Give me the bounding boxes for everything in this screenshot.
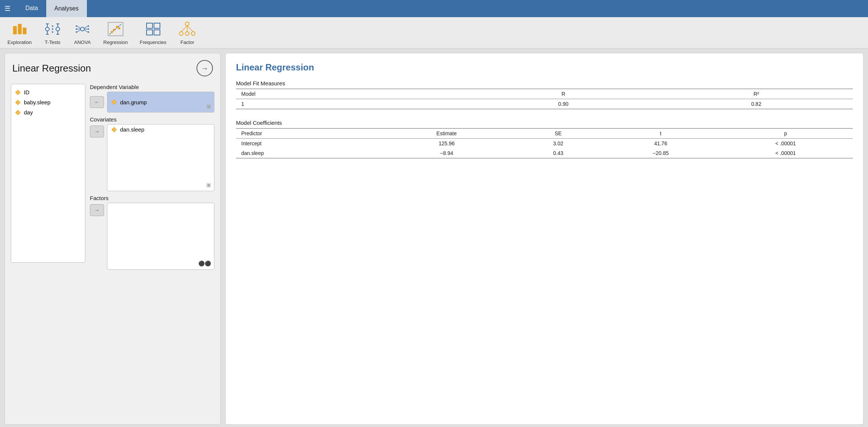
toolbar-item-ttests[interactable]: T-Tests <box>44 20 62 45</box>
model-fit-section: Model Fit Measures Model R R² 1 0.90 0.8… <box>236 80 853 109</box>
cell-r: 0.90 <box>467 99 660 109</box>
toolbar: Exploration T-Test <box>0 17 868 48</box>
svg-point-34 <box>118 27 120 29</box>
toolbar-item-anova[interactable]: ANOVA <box>73 20 91 45</box>
svg-point-3 <box>45 27 49 31</box>
dependent-variable-value: dan.grump <box>107 92 214 112</box>
col-header-r2: R² <box>660 89 853 99</box>
covariate-item-dansleep[interactable]: dan.sleep <box>107 124 214 135</box>
output-title: Linear Regression <box>236 62 853 73</box>
svg-point-22 <box>88 31 89 33</box>
transfer-to-dv-button[interactable]: ← <box>90 96 104 108</box>
svg-point-41 <box>185 32 189 35</box>
svg-point-39 <box>185 22 189 26</box>
nav-tab-data[interactable]: Data <box>17 0 46 17</box>
svg-line-43 <box>181 26 187 32</box>
covariates-dropzone[interactable]: dan.sleep ▣ <box>107 124 214 191</box>
main-content: Linear Regression → ID bab <box>0 48 868 427</box>
ttests-label: T-Tests <box>45 39 60 45</box>
transfer-to-covariates-button[interactable]: → <box>90 126 104 137</box>
covariates-section: Covariates → dan.sleep ▣ <box>90 116 214 191</box>
covariates-label: Covariates <box>90 116 214 123</box>
panel-title: Linear Regression <box>12 63 91 74</box>
col-header-predictor: Predictor <box>236 129 380 139</box>
model-fit-title: Model Fit Measures <box>236 80 853 86</box>
regression-label: Regression <box>103 39 128 45</box>
svg-point-8 <box>52 25 53 27</box>
variables-list: ID baby.sleep day <box>11 84 85 263</box>
exploration-label: Exploration <box>7 39 32 45</box>
right-panel: Linear Regression Model Fit Measures Mod… <box>225 53 864 425</box>
svg-point-11 <box>56 27 60 31</box>
svg-point-18 <box>76 31 77 33</box>
toolbar-item-frequencies[interactable]: Frequencies <box>140 20 167 45</box>
svg-rect-36 <box>154 23 160 28</box>
variable-item-day[interactable]: day <box>11 107 85 117</box>
nav-tab-analyses[interactable]: Analyses <box>46 0 87 17</box>
cell-predictor-intercept: Intercept <box>236 139 380 149</box>
model-fit-table: Model R R² 1 0.90 0.82 <box>236 89 853 109</box>
table-row: 1 0.90 0.82 <box>236 99 853 109</box>
svg-point-42 <box>191 32 195 35</box>
svg-point-16 <box>76 25 77 27</box>
svg-point-21 <box>88 28 89 30</box>
cell-estimate-intercept: 125.96 <box>380 139 513 149</box>
cell-predictor-dansleep: dan.sleep <box>236 148 380 158</box>
svg-point-10 <box>52 31 53 33</box>
factors-section: Factors → ⚫⚫ <box>90 195 214 270</box>
toolbar-item-regression[interactable]: Regression <box>103 20 128 45</box>
col-header-p: p <box>718 129 853 139</box>
cell-p-intercept: < .00001 <box>718 139 853 149</box>
svg-point-32 <box>113 29 115 31</box>
svg-point-9 <box>52 28 53 30</box>
ttests-icon <box>44 20 62 38</box>
regression-body: ID baby.sleep day <box>5 81 220 424</box>
col-header-r: R <box>467 89 660 99</box>
svg-rect-1 <box>18 24 22 34</box>
dependent-variable-dropzone[interactable]: dan.grump ▣ <box>107 92 214 113</box>
variable-item-babysleep[interactable]: baby.sleep <box>11 97 85 107</box>
table-row: Intercept 125.96 3.02 41.76 < .00001 <box>236 139 853 149</box>
factors-label: Factors <box>90 195 214 201</box>
svg-rect-0 <box>13 26 17 34</box>
frequencies-label: Frequencies <box>140 39 167 45</box>
anova-label: ANOVA <box>74 39 91 45</box>
regression-icon <box>107 20 125 38</box>
run-analysis-button[interactable]: → <box>196 60 213 76</box>
toolbar-item-exploration[interactable]: Exploration <box>7 20 32 45</box>
variable-item-id[interactable]: ID <box>11 87 85 97</box>
svg-rect-37 <box>147 30 152 35</box>
cell-se-intercept: 3.02 <box>513 139 603 149</box>
svg-rect-2 <box>23 28 26 34</box>
table-row: dan.sleep −8.94 0.43 −20.85 < .00001 <box>236 148 853 158</box>
left-panel: Linear Regression → ID bab <box>4 53 221 425</box>
panel-header: Linear Regression → <box>5 53 220 81</box>
covariates-handle-icon: ▣ <box>206 182 211 188</box>
factors-dropzone[interactable]: ⚫⚫ <box>107 203 214 270</box>
exploration-icon <box>11 20 29 38</box>
svg-rect-35 <box>147 23 152 28</box>
col-header-estimate: Estimate <box>380 129 513 139</box>
factor-icon <box>178 20 196 38</box>
top-nav-bar: ☰ Data Analyses <box>0 0 868 17</box>
toolbar-item-factor[interactable]: Factor <box>178 20 196 45</box>
frequencies-icon <box>144 20 162 38</box>
cell-t-intercept: 41.76 <box>603 139 718 149</box>
svg-point-20 <box>88 25 89 27</box>
cell-estimate-dansleep: −8.94 <box>380 148 513 158</box>
factors-handle-icon: ⚫⚫ <box>198 260 211 266</box>
svg-line-23 <box>77 26 81 28</box>
col-header-se: SE <box>513 129 603 139</box>
factor-label: Factor <box>180 39 194 45</box>
model-coefficients-section: Model Coefficients Predictor Estimate SE… <box>236 120 853 158</box>
col-header-t: t <box>603 129 718 139</box>
dependent-variable-section: Dependent Variable ← dan.grump ▣ <box>90 84 214 113</box>
svg-rect-38 <box>154 30 160 35</box>
cell-p-dansleep: < .00001 <box>718 148 853 158</box>
svg-point-40 <box>179 32 183 35</box>
svg-point-17 <box>76 28 77 30</box>
svg-line-28 <box>84 30 88 32</box>
hamburger-icon[interactable]: ☰ <box>4 4 10 13</box>
svg-point-31 <box>111 31 113 33</box>
transfer-to-factors-button[interactable]: → <box>90 204 104 216</box>
